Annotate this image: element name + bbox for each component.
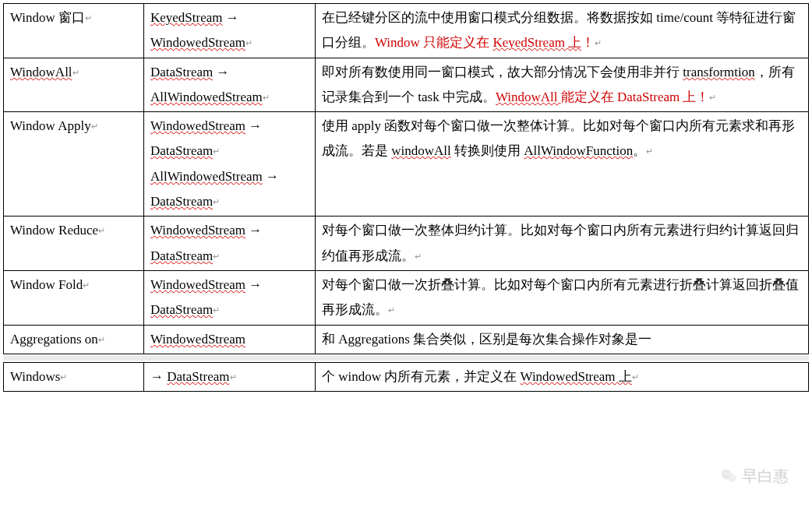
text-fragment: DataStream: [150, 65, 213, 79]
transformation-cell: WindowedStream → DataStream↵: [144, 217, 316, 271]
description-cell: 使用 apply 函数对每个窗口做一次整体计算。比如对每个窗口内所有元素求和再形…: [316, 112, 809, 217]
operation-name: Window Fold: [10, 277, 83, 292]
text-fragment: 和 Aggregations 集合类似，区别是每次集合操作对象是一: [322, 332, 651, 347]
text-fragment: windowAll: [391, 143, 451, 158]
description-cell: 个 window 内所有元素，并定义在 WindowedStream 上↵: [316, 362, 809, 391]
paragraph-mark-icon: ↵: [213, 197, 220, 206]
text-fragment: →: [213, 65, 229, 79]
text-fragment: AllWindowFunction: [524, 143, 633, 158]
text-fragment: Window 只能定义在: [375, 35, 492, 50]
operation-name-cell: Window Apply↵: [4, 112, 144, 217]
operation-name-cell: Window Reduce↵: [4, 217, 144, 271]
text-fragment: WindowedStream: [150, 223, 245, 238]
table-row: Window 窗口↵KeyedStream → WindowedStream↵在…: [4, 4, 809, 58]
text-fragment: DataStream: [150, 143, 213, 158]
text-fragment: DataStream: [150, 248, 213, 263]
table-row: Windows↵→ DataStream↵个 window 内所有元素，并定义在…: [4, 362, 809, 391]
operation-name-cell: Windows↵: [4, 362, 144, 391]
operation-name-cell: Aggregations on↵: [4, 325, 144, 354]
text-fragment: 转换则使用: [451, 143, 524, 158]
paragraph-mark-icon: ↵: [83, 280, 90, 290]
text-fragment: →: [245, 277, 262, 292]
operation-name: Aggregations on: [10, 332, 98, 347]
paragraph-mark-icon: ↵: [245, 38, 252, 48]
text-fragment: ↵: [646, 146, 653, 156]
text-fragment: AllWindowedStream: [150, 169, 263, 184]
transformation-cell: DataStream → AllWindowedStream↵: [144, 58, 316, 112]
text-fragment: transformtion: [683, 65, 755, 79]
text-fragment: 对每个窗口做一次整体归约计算。比如对每个窗口内所有元素进行归约计算返回归约值再形…: [322, 223, 799, 262]
operation-name: Window Reduce: [10, 223, 98, 238]
text-fragment: ！: [581, 35, 595, 50]
text-fragment: KeyedStream 上: [492, 35, 581, 50]
paragraph-mark-icon: ↵: [213, 305, 220, 315]
text-fragment: WindowedStream: [150, 277, 245, 292]
paragraph-mark-icon: ↵: [91, 121, 98, 131]
operation-name-cell: Window Fold↵: [4, 270, 144, 325]
operation-name: Window Apply: [10, 118, 91, 133]
text-fragment: WindowedStream: [150, 332, 245, 347]
description-cell: 和 Aggregations 集合类似，区别是每次集合操作对象是一: [316, 325, 809, 354]
text-fragment: KeyedStream: [150, 10, 223, 25]
paragraph-mark-icon: ↵: [85, 13, 92, 23]
transformation-cell: → DataStream↵: [144, 362, 316, 391]
table-row: Window Apply↵WindowedStream → DataStream…: [4, 112, 809, 217]
description-cell: 在已经键分区的流中使用窗口模式分组数据。将数据按如 time/count 等特征…: [316, 4, 809, 58]
operation-name: Window 窗口: [10, 10, 85, 25]
text-fragment: DataStream: [150, 302, 213, 317]
paragraph-mark-icon: ↵: [98, 335, 105, 344]
text-fragment: →: [245, 118, 262, 133]
table-row: Window Fold↵WindowedStream → DataStream↵…: [4, 270, 809, 325]
paragraph-mark-icon: ↵: [72, 68, 79, 77]
paragraph-mark-icon: ↵: [60, 372, 67, 382]
operation-name: Windows: [10, 369, 60, 384]
transformation-cell: WindowedStream → DataStream↵: [144, 270, 316, 325]
transformation-cell: KeyedStream → WindowedStream↵: [144, 4, 316, 58]
operation-name-cell: WindowAll↵: [4, 58, 144, 112]
text-fragment: 即对所有数使用同一窗口模式，故大部分情况下会使用非并行: [322, 65, 683, 79]
text-fragment: →: [245, 223, 262, 238]
text-fragment: 个 window 内所有元素，并定义在: [322, 369, 521, 384]
text-fragment: ↵: [595, 38, 602, 48]
paragraph-mark-icon: ↵: [213, 146, 220, 156]
text-fragment: ↵: [709, 93, 716, 102]
table-row: Window Reduce↵WindowedStream → DataStrea…: [4, 217, 809, 271]
text-fragment: ↵: [632, 372, 639, 382]
text-fragment: →: [223, 10, 239, 25]
text-fragment: 。: [633, 143, 646, 158]
description-cell: 对每个窗口做一次折叠计算。比如对每个窗口内所有元素进行折叠计算返回折叠值再形成流…: [316, 270, 809, 325]
text-fragment: WindowedStream: [150, 118, 245, 133]
operations-table: Window 窗口↵KeyedStream → WindowedStream↵在…: [3, 3, 809, 354]
text-fragment: →: [150, 369, 167, 384]
description-cell: 对每个窗口做一次整体归约计算。比如对每个窗口内所有元素进行归约计算返回归约值再形…: [316, 217, 809, 271]
text-fragment: ↵: [388, 305, 395, 315]
page-break-gap: [3, 356, 809, 361]
paragraph-mark-icon: ↵: [230, 372, 237, 382]
paragraph-mark-icon: ↵: [98, 226, 105, 235]
operation-name-cell: Window 窗口↵: [4, 4, 144, 58]
operation-name: WindowAll: [10, 65, 72, 79]
text-fragment: ↵: [415, 252, 422, 261]
table-row: WindowAll↵DataStream → AllWindowedStream…: [4, 58, 809, 112]
paragraph-mark-icon: ↵: [263, 93, 270, 102]
operations-table-continued: Windows↵→ DataStream↵个 window 内所有元素，并定义在…: [3, 362, 809, 392]
text-fragment: WindowedStream: [150, 35, 245, 50]
text-fragment: WindowAll: [496, 90, 561, 104]
paragraph-mark-icon: ↵: [213, 252, 220, 261]
text-fragment: AllWindowedStream: [150, 90, 263, 104]
table-row: Aggregations on↵WindowedStream和 Aggregat…: [4, 325, 809, 354]
text-fragment: 能定义在 DataStream 上！: [561, 90, 710, 104]
text-fragment: WindowedStream 上: [521, 369, 632, 384]
text-fragment: DataStream: [167, 369, 229, 384]
transformation-cell: WindowedStream: [144, 325, 316, 354]
text-fragment: →: [263, 169, 279, 184]
transformation-cell: WindowedStream → DataStream↵AllWindowedS…: [144, 112, 316, 217]
description-cell: 即对所有数使用同一窗口模式，故大部分情况下会使用非并行 transformtio…: [316, 58, 809, 112]
text-fragment: DataStream: [150, 194, 213, 209]
